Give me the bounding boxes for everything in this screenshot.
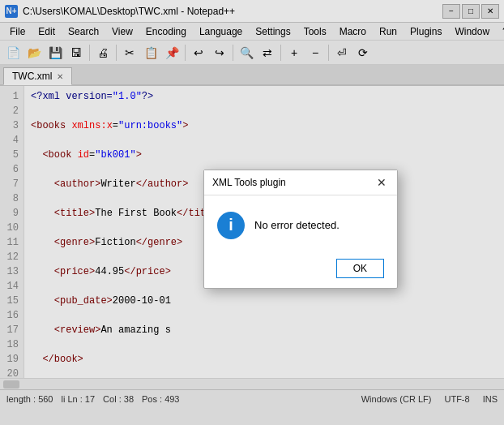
modal-overlay: XML Tools plugin ✕ i No error detected. …	[0, 0, 504, 425]
modal-close-button[interactable]: ✕	[374, 175, 389, 190]
info-icon: i	[217, 212, 245, 239]
modal-message: No error detected.	[254, 219, 340, 231]
modal-body: i No error detected.	[204, 195, 397, 252]
modal-footer: OK	[204, 252, 397, 288]
ok-button[interactable]: OK	[336, 259, 384, 278]
modal-title-bar: XML Tools plugin ✕	[204, 170, 397, 195]
xml-tools-dialog: XML Tools plugin ✕ i No error detected. …	[203, 170, 398, 289]
modal-title: XML Tools plugin	[212, 177, 286, 188]
